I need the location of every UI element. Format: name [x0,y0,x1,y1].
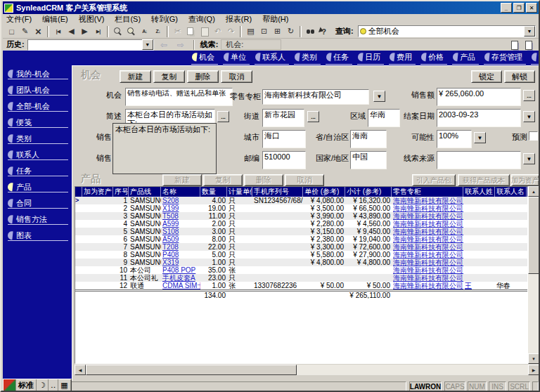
product-name-link[interactable]: P408 POP [162,266,195,274]
help-cursor-icon[interactable]: ? [318,26,330,37]
menu-item[interactable]: 视图(V) [79,14,105,25]
query-combobox[interactable]: 全部机会 ▼ [358,25,536,37]
amount-ellipsis-button[interactable]: ... [523,90,535,101]
menu-item[interactable]: 文件(F) [6,14,32,25]
sidebar-item-sales-method[interactable]: 销售方法 [8,216,68,225]
horizontal-scroll-thumb[interactable] [86,365,297,375]
ime-punct-icon[interactable]: ‥ [49,379,58,391]
ime-logo-icon[interactable] [4,379,16,391]
tab-unit[interactable]: 单位 [223,52,250,65]
scroll-right-icon[interactable]: ▶ [528,365,539,375]
sidebar-item-charts[interactable]: 图表 [8,232,68,241]
opportunity-copy-button[interactable]: 复制 [153,70,185,83]
product-name-link[interactable]: S208 [162,197,179,204]
product-row[interactable]: 12 联通 CDMA SIM卡 1.00 张 13307682236 ¥ 50.… [75,282,527,289]
sidebar-item-contracts[interactable]: 合同 [8,200,68,209]
lead-source-field[interactable] [437,151,521,169]
sidebar-item-team-opportunity[interactable]: 团队-机会 [8,86,68,96]
sidebar-item-tasks[interactable]: 任务 [8,167,68,176]
last-record-icon[interactable]: ▶| [92,26,104,37]
copy-icon[interactable] [185,26,197,37]
new-record-icon[interactable]: □ [6,26,18,37]
brief-dropdown-popup[interactable]: 本柜台本日的市场活动如下: [112,123,217,174]
ime-mode-button[interactable]: 标准 [16,379,37,391]
minimize-icon[interactable]: _ [501,3,512,13]
sidebar-item-notes[interactable]: 便笺 [8,119,68,128]
print-preview-icon[interactable]: ⊞ [271,26,283,37]
get-product-cost-button[interactable]: 获得产品成本 [458,174,510,186]
scroll-down-icon[interactable]: ▼ [528,353,539,364]
refresh-icon[interactable]: ↻ [285,26,297,37]
store-link[interactable]: 海南蜂新科技有限公司 [393,259,463,266]
query-dropdown-icon[interactable]: ▼ [524,26,535,37]
tab-product[interactable]: 产品 [452,52,479,65]
opportunity-cancel-button[interactable]: 取消 [221,70,252,83]
probability-field[interactable]: 100% [437,130,472,148]
tab-calendar[interactable]: 日历 [357,52,384,65]
col-unit[interactable]: 计量单位 [227,187,252,197]
menu-item[interactable]: 编辑(E) [42,14,68,25]
edit-record-icon[interactable]: ✎ [19,26,31,37]
tab-expense[interactable]: 费用 [389,52,416,65]
opportunity-new-button[interactable]: 新建 [120,70,151,83]
province-field[interactable]: 海南 [350,130,387,148]
street-field[interactable]: 新市花园 [262,109,304,127]
product-row[interactable]: 7 SAMSUNG T208 22.00 只 ¥ 3,300.00 ¥ 72,6… [75,243,527,251]
col-subtotal[interactable]: 小计 (参考) [345,187,392,197]
product-copy-button[interactable]: 复制 [203,174,243,186]
prev-record-icon[interactable]: ◀ [65,26,77,37]
redo-icon[interactable]: ↷ [225,26,237,37]
col-line[interactable]: 产品线 [129,187,161,197]
next-record-icon[interactable]: ▶ [79,26,91,37]
product-name-link[interactable]: T508 [162,212,179,220]
lead-source-dropdown-icon[interactable]: ▼ [523,153,535,164]
opportunity-delete-button[interactable]: 删除 [187,70,219,83]
lock-button[interactable]: 锁定 [471,70,502,83]
first-record-icon[interactable]: |◀ [52,26,64,37]
store-link[interactable]: 海南蜂新科技有限公司 [393,243,463,251]
tab-opportunity[interactable]: 机会 [191,52,218,65]
contact-last-link[interactable]: 王 [465,282,472,289]
ime-softkeyboard-icon[interactable]: ▦ [58,379,70,391]
toolbar-separator[interactable] [167,26,169,37]
product-name-link[interactable]: X319 [162,259,179,266]
search-plus-icon[interactable] [125,26,137,37]
back-icon[interactable]: ⇦ [157,39,171,50]
product-name-link[interactable]: A599 [162,220,179,228]
store-link[interactable]: 海南蜂新科技有限公司 [393,228,463,235]
toolbar-separator[interactable] [240,26,242,37]
sidebar-item-all-opportunity[interactable]: 全部-机会 [8,103,68,112]
tab-inventory[interactable]: 存货管理 [484,52,526,65]
sort-desc-icon[interactable]: Z↓ [152,26,164,37]
store-link[interactable]: 海南蜂新科技有限公司 [393,197,463,204]
sidebar-item-contacts[interactable]: 联系人 [8,151,68,160]
toolbar-separator[interactable] [300,26,302,37]
store-combobox[interactable]: 海南蜂新科技有限公司 [262,89,369,105]
street-ellipsis-button[interactable]: ... [307,111,319,122]
store-link[interactable]: 海南蜂新科技有限公司 [393,220,463,228]
product-row[interactable]: 10 本公司 P408 POP 35.00 张 海南蜂新科技有限公司 [75,266,527,274]
menu-item[interactable]: 栏目(S) [115,14,141,25]
scroll-up-icon[interactable]: ▲ [528,186,539,197]
product-row[interactable]: 4 SAMSUNG A599 2.00 只 ¥ 2,280.00 ¥ 4,560… [75,220,527,228]
sort-asc-icon[interactable]: A↓ [139,26,150,37]
product-row[interactable]: 9 SAMSUNG X319 1.00 只 ¥ 4,800.00 ¥ 4,800… [75,259,527,266]
product-name-link[interactable]: S108 [162,228,179,235]
store-link[interactable]: 海南蜂新科技有限公司 [393,204,463,212]
import-product-package-button[interactable]: 引入产品包 [412,174,456,186]
close-date-field[interactable]: 2003-09-23 [437,109,521,127]
col-serial[interactable]: 手机序列号 [252,187,303,197]
store-link[interactable]: 海南蜂新科技有限公司 [393,235,463,243]
grid-vertical-scrollbar[interactable]: ▲ ▼ [528,186,539,364]
menu-item[interactable]: 帮助(H) [262,14,288,25]
toolbar-separator[interactable] [47,26,49,37]
product-row[interactable]: 2 SAMSUNG X199 19.00 只 ¥ 3,500.00 ¥ 66,5… [75,204,527,212]
grid-horizontal-scrollbar[interactable]: ◀ ▶ [75,365,539,375]
paste-icon[interactable] [198,26,210,37]
unlock-button[interactable]: 解锁 [504,70,535,83]
col-contact-first[interactable]: 联系人名 [495,187,527,197]
export-icon[interactable]: ⊡ [258,26,270,37]
tab-category[interactable]: 类别 [294,52,321,65]
country-field[interactable]: 中国 [350,151,387,169]
store-dropdown-icon[interactable]: ▼ [373,91,385,102]
